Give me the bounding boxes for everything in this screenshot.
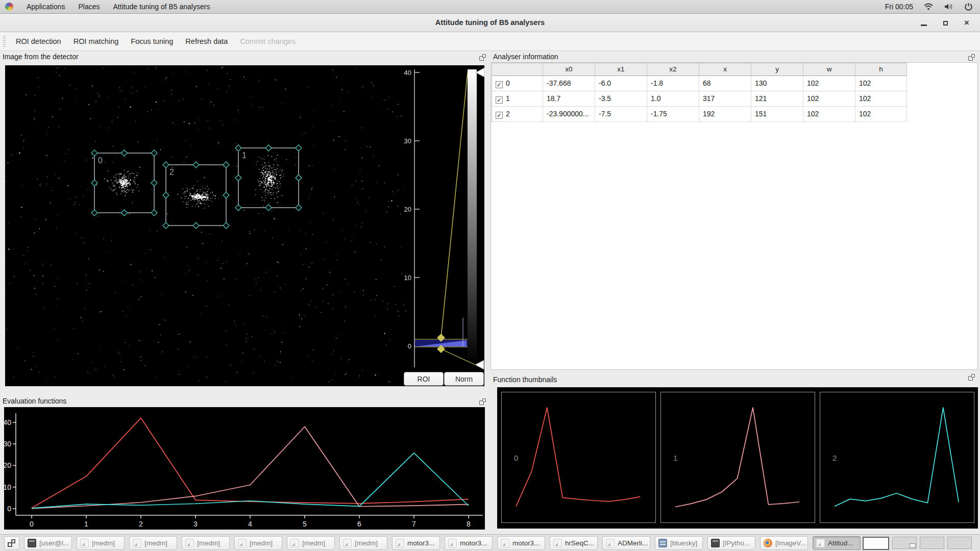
roi-handle[interactable]: [121, 210, 128, 216]
analyser-column-header[interactable]: x0: [543, 63, 595, 76]
analyser-cell[interactable]: -23.900000...: [543, 107, 595, 122]
taskbar-button-imagev[interactable]: [ImageV...: [760, 536, 808, 550]
roi-handle[interactable]: [265, 205, 272, 211]
close-button[interactable]: ×: [962, 18, 972, 28]
roi-handle[interactable]: [163, 192, 169, 198]
roi-handle[interactable]: [265, 145, 272, 151]
roi-handle[interactable]: [296, 175, 302, 181]
toolbar-refresh-data[interactable]: Refresh data: [180, 34, 233, 48]
roi-handle[interactable]: [151, 150, 157, 156]
row-checkbox[interactable]: ✓: [496, 112, 503, 119]
taskbar-button-medm[interactable]: [medm]: [182, 536, 230, 550]
analyser-cell[interactable]: 102: [803, 91, 855, 107]
analyser-cell[interactable]: 68: [699, 76, 751, 91]
roi-handle[interactable]: [296, 145, 302, 151]
workspace-4[interactable]: [947, 537, 972, 549]
roi-rect-2[interactable]: [166, 165, 226, 226]
analyser-column-header[interactable]: [492, 63, 543, 76]
analyser-cell[interactable]: 1.0: [647, 91, 699, 107]
roi-handle[interactable]: [235, 145, 241, 151]
norm-button[interactable]: Norm: [444, 372, 484, 386]
taskbar-button-medm[interactable]: [medm]: [234, 536, 282, 550]
clock[interactable]: Fri 00:05: [885, 3, 913, 11]
roi-rect-1[interactable]: [238, 148, 299, 208]
taskbar-button-medm[interactable]: [medm]: [129, 536, 177, 550]
roi-handle[interactable]: [296, 205, 302, 211]
norm-colorbar[interactable]: [468, 69, 477, 364]
analyser-cell[interactable]: -3.5: [595, 91, 647, 107]
thumbnails-panel-float-icon[interactable]: [968, 374, 975, 381]
taskbar-button-motor3[interactable]: motor3...: [445, 536, 493, 550]
toolbar-roi-matching[interactable]: ROI matching: [68, 34, 124, 48]
taskbar-button-motor3[interactable]: motor3...: [497, 536, 545, 550]
roi-handle[interactable]: [223, 222, 229, 229]
roi-handle[interactable]: [163, 222, 169, 229]
roi-box-2[interactable]: 2: [163, 162, 229, 229]
analyser-cell[interactable]: 151: [751, 107, 803, 122]
analyser-cell[interactable]: 102: [855, 76, 907, 91]
roi-handle[interactable]: [91, 150, 97, 156]
analyser-cell[interactable]: 121: [751, 91, 803, 107]
taskbar-button-userl[interactable]: [user@l...: [24, 536, 72, 550]
applications-menu-icon[interactable]: [5, 3, 13, 11]
analyser-cell[interactable]: -6.0: [595, 76, 647, 91]
taskbar-button-admerli[interactable]: ADMerli...: [602, 536, 650, 550]
roi-handle[interactable]: [193, 222, 199, 229]
maximize-button[interactable]: [940, 18, 950, 28]
roi-handle[interactable]: [163, 162, 169, 168]
taskbar-button-medm[interactable]: [medm]: [339, 536, 387, 550]
analyser-cell[interactable]: 192: [699, 107, 751, 122]
taskbar-button-hrseqc[interactable]: hrSeqC...: [550, 536, 598, 550]
analyser-column-header[interactable]: h: [855, 63, 907, 76]
taskbar-button-medm[interactable]: [medm]: [287, 536, 335, 550]
norm-transfer-curve[interactable]: [441, 72, 468, 338]
analyser-cell[interactable]: 317: [699, 91, 751, 107]
analyser-column-header[interactable]: x2: [647, 63, 699, 76]
analyser-column-header[interactable]: x: [699, 63, 751, 76]
workspace-3[interactable]: [920, 537, 944, 549]
roi-handle[interactable]: [151, 210, 157, 216]
analyser-column-header[interactable]: x1: [595, 63, 647, 76]
row-checkbox[interactable]: ✓: [496, 96, 503, 104]
taskbar-button-attitud[interactable]: Attitud...: [813, 536, 861, 550]
analyser-panel-float-icon[interactable]: [968, 54, 975, 61]
evaluation-panel-float-icon[interactable]: [479, 398, 486, 405]
analyser-cell[interactable]: -7.5: [595, 107, 647, 122]
analyser-cell[interactable]: 102: [803, 76, 855, 91]
analyser-column-header[interactable]: y: [751, 63, 803, 76]
taskbar-button-bluesky[interactable]: [bluesky]: [655, 536, 703, 550]
applications-menu[interactable]: Applications: [27, 3, 65, 11]
roi-rect-0[interactable]: [94, 153, 154, 213]
workspace-2[interactable]: [892, 537, 917, 549]
analyser-cell[interactable]: -1.8: [647, 76, 699, 91]
roi-handle[interactable]: [151, 180, 157, 186]
roi-handle[interactable]: [223, 162, 229, 168]
volume-icon[interactable]: [944, 3, 954, 11]
taskbar-button-medm[interactable]: [medm]: [77, 536, 125, 550]
roi-box-0[interactable]: 0: [91, 150, 157, 216]
roi-handle[interactable]: [235, 205, 241, 211]
analyser-cell[interactable]: 130: [751, 76, 803, 91]
analyser-cell[interactable]: 18.7: [543, 91, 595, 107]
function-thumbnail-2[interactable]: 2: [820, 392, 974, 523]
toolbar-grip[interactable]: [3, 36, 6, 47]
analyser-cell[interactable]: 102: [855, 107, 907, 122]
roi-box-1[interactable]: 1: [235, 145, 302, 211]
detector-panel-float-icon[interactable]: [479, 54, 486, 61]
taskbar-button-ipytho[interactable]: [IPytho...: [707, 536, 755, 550]
workspace-1[interactable]: [863, 537, 889, 550]
taskbar-button-window-switcher[interactable]: [4, 536, 19, 550]
topbar-active-window[interactable]: Attitude tuning of B5 analysers: [113, 3, 210, 11]
row-checkbox[interactable]: ✓: [496, 81, 503, 88]
minimize-button[interactable]: [919, 18, 929, 28]
roi-button[interactable]: ROI: [404, 372, 444, 386]
analyser-cell[interactable]: -1.75: [647, 107, 699, 122]
power-icon[interactable]: [964, 3, 973, 11]
analyser-cell[interactable]: -37.668: [543, 76, 595, 91]
roi-handle[interactable]: [235, 175, 241, 181]
roi-handle[interactable]: [223, 192, 229, 198]
norm-max-arrow[interactable]: [476, 68, 484, 77]
roi-handle[interactable]: [121, 150, 128, 156]
toolbar-roi-detection[interactable]: ROI detection: [11, 34, 66, 48]
analyser-cell[interactable]: 102: [803, 107, 855, 122]
